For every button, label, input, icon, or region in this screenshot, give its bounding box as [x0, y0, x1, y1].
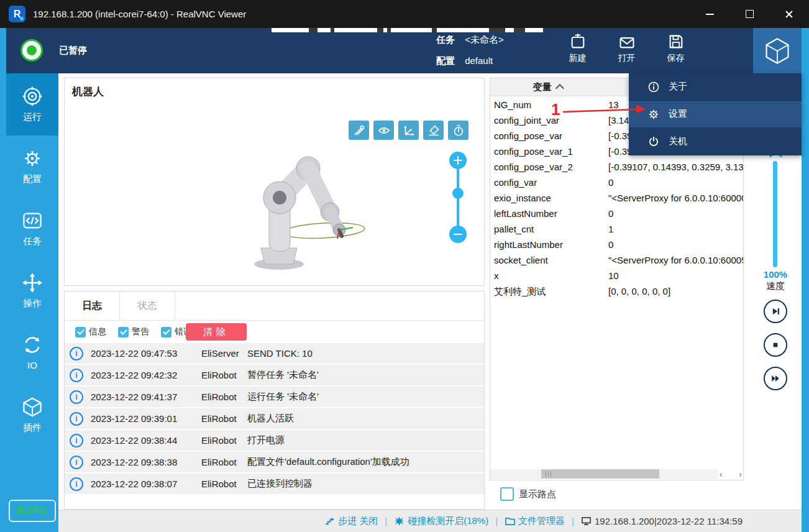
open-task-label: 打开: [618, 53, 636, 64]
sidebar-item-io[interactable]: IO: [6, 322, 58, 384]
step-mode-status[interactable]: 步进 关闭: [324, 515, 378, 527]
variable-row[interactable]: pallet_cnt1: [490, 221, 743, 237]
step-run-button[interactable]: [764, 300, 787, 323]
app-menu-button[interactable]: [753, 28, 802, 73]
show-waypoints-toggle[interactable]: 显示路点: [495, 487, 556, 501]
config-value: default: [465, 55, 493, 66]
sidebar-nav: 运行 配置 任务: [6, 73, 58, 532]
variables-header-label: 变量: [532, 81, 551, 92]
variable-row[interactable]: exio_instance"<ServerProxy for 6.0.0.10:…: [490, 190, 743, 206]
log-source: EliRobot: [201, 413, 247, 424]
maximize-button[interactable]: [729, 0, 769, 28]
close-button[interactable]: [769, 0, 809, 28]
robot-3d-panel: 机器人: [64, 78, 485, 286]
log-time: 2023-12-22 09:41:37: [91, 392, 201, 402]
menu-item-about[interactable]: 关于: [629, 73, 802, 101]
variable-row[interactable]: socket_client"<ServerProxy for 6.0.0.10:…: [490, 252, 743, 268]
horizontal-scrollbar: ‹ ›: [490, 469, 743, 479]
file-manager-button[interactable]: 文件管理器: [488, 515, 565, 527]
info-level-icon: i: [70, 369, 83, 382]
robot-arm-render: [152, 137, 375, 287]
sidebar-item-task[interactable]: 任务: [6, 198, 58, 260]
zoom-in-button[interactable]: [449, 152, 467, 169]
sidebar-item-configure[interactable]: 配置: [6, 135, 58, 198]
power-icon: [647, 135, 660, 148]
menu-item-settings[interactable]: 设置: [629, 101, 802, 128]
variable-value: 0: [608, 237, 613, 252]
save-task-button[interactable]: 保存: [651, 33, 700, 64]
log-message: 运行任务 '未命名': [247, 391, 484, 403]
step-mode-label: 步进 关闭: [338, 515, 378, 527]
header-actions: 新建 打开 保存: [553, 33, 700, 64]
log-entry: i 2023-12-22 09:38:44 EliRobot 打开电源: [65, 430, 484, 451]
variable-row[interactable]: x10: [490, 268, 743, 283]
eraser-button[interactable]: [423, 121, 444, 140]
menu-item-settings-label: 设置: [669, 108, 687, 120]
log-time: 2023-12-22 09:42:32: [91, 370, 201, 380]
zoom-out-button[interactable]: [449, 226, 467, 243]
variables-header-toggle[interactable]: 变量: [490, 81, 606, 93]
variable-row[interactable]: config_pose_var_2[-0.39107, 0.14393, 0.3…: [490, 159, 743, 175]
zoom-slider-thumb[interactable]: [452, 188, 464, 199]
robot-3d-viewport[interactable]: [152, 137, 375, 287]
log-time: 2023-12-22 09:47:53: [91, 348, 201, 359]
chevron-up-icon: [555, 84, 564, 93]
variable-value: [0, 0, 0, 0, 0, 0]: [608, 283, 670, 299]
clear-log-button[interactable]: 清除: [186, 323, 247, 341]
skip-forward-icon: [769, 305, 782, 318]
log-filter-bar: 信息 警告 错误 清除: [65, 321, 484, 344]
variable-row[interactable]: config_var0: [490, 175, 743, 190]
filter-info[interactable]: 信息: [72, 326, 106, 337]
scrollbar-thumb[interactable]: [541, 469, 659, 479]
file-manager-label: 文件管理器: [518, 515, 565, 527]
scroll-right-arrow[interactable]: ›: [739, 470, 742, 479]
config-label: 配置: [436, 55, 455, 66]
timer-icon: [452, 124, 465, 137]
variable-row[interactable]: rightLastNumber0: [490, 237, 743, 252]
operate-icon: [22, 272, 43, 293]
filter-warning[interactable]: 警告: [115, 326, 149, 337]
log-entry: i 2023-12-22 09:41:37 EliRobot 运行任务 '未命名…: [65, 387, 484, 407]
scrollbar-track[interactable]: [490, 469, 718, 479]
tab-status[interactable]: 状态: [120, 291, 175, 320]
stop-button[interactable]: [764, 333, 787, 357]
minimize-button[interactable]: [690, 0, 729, 28]
sidebar-item-run[interactable]: 运行: [6, 73, 58, 135]
log-message: SEND TICK: 10: [247, 348, 484, 359]
menu-item-shutdown[interactable]: 关机: [629, 128, 802, 155]
variable-name: config_pose_var: [494, 128, 562, 144]
tab-log[interactable]: 日志: [65, 291, 120, 320]
speed-slider[interactable]: [773, 161, 777, 267]
robot-state-indicator[interactable]: 已暂停: [21, 39, 87, 62]
vnc-toolbar-peek[interactable]: [272, 28, 543, 32]
scroll-left-arrow[interactable]: ‹: [720, 470, 723, 479]
collision-detection-status[interactable]: 碰撞检测开启(18%): [378, 515, 488, 527]
stop-icon: [769, 339, 782, 351]
maximize-icon: [746, 10, 754, 18]
log-message: 机器人活跃: [247, 413, 484, 424]
variable-row[interactable]: 艾利特_测试[0, 0, 0, 0, 0, 0]: [490, 283, 743, 299]
open-task-button[interactable]: 打开: [602, 33, 651, 64]
frame-axes-button[interactable]: [398, 121, 419, 140]
sidebar-item-label: 配置: [23, 173, 42, 185]
new-task-label: 新建: [569, 53, 587, 64]
fast-forward-button[interactable]: [764, 367, 787, 390]
variable-value: [3.14: [608, 112, 629, 128]
io-icon: [22, 334, 43, 355]
timer-button[interactable]: [448, 121, 468, 140]
log-entry: i 2023-12-22 09:38:07 EliRobot 已连接到控制器: [65, 474, 484, 494]
visibility-button[interactable]: [373, 121, 394, 140]
variable-value: 10: [608, 268, 619, 283]
configure-icon: [22, 148, 43, 169]
variable-name: pallet_cnt: [494, 221, 534, 237]
variable-row[interactable]: leftLastNumber0: [490, 206, 743, 221]
new-task-button[interactable]: 新建: [553, 33, 602, 64]
folder-icon: [505, 516, 515, 526]
log-message: 打开电源: [247, 434, 484, 446]
gear-icon: [647, 108, 660, 121]
sidebar-item-operate[interactable]: 操作: [6, 260, 58, 322]
sidebar-item-plugin[interactable]: 插件: [6, 384, 58, 446]
info-level-icon: i: [70, 456, 83, 469]
status-bar: 步进 关闭 碰撞检测开启(18%) 文件管理器 192.168.1.20: [58, 510, 802, 532]
variable-name: config_pose_var_2: [494, 159, 573, 175]
